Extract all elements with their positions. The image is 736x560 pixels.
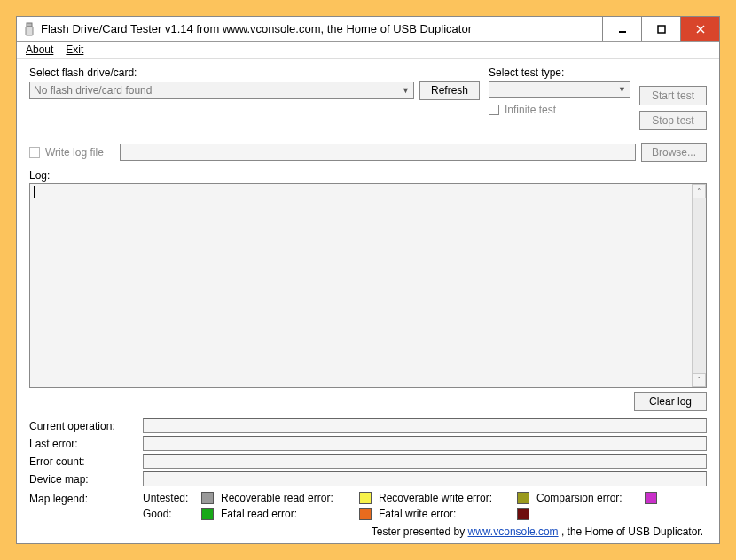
drive-select-value: No flash drive/card found — [34, 84, 152, 97]
scroll-up-icon[interactable]: ˄ — [693, 184, 706, 198]
close-button[interactable] — [680, 17, 719, 41]
footer-prefix: Tester presented by — [372, 525, 468, 538]
test-type-label: Select test type: — [489, 66, 630, 79]
log-label: Log: — [29, 169, 707, 182]
svg-rect-2 — [619, 31, 626, 33]
drive-label: Select flash drive/card: — [29, 66, 480, 79]
legend-fatal-read-label: Fatal read error: — [221, 508, 354, 520]
swatch-good — [201, 508, 214, 520]
clearlog-row: Clear log — [29, 392, 707, 411]
test-type-select[interactable]: ▼ — [489, 81, 630, 98]
swatch-fatal-read — [359, 508, 372, 520]
drive-select[interactable]: No flash drive/card found ▼ — [29, 82, 414, 99]
menubar: About Exit — [17, 42, 719, 59]
last-error-value — [143, 436, 707, 451]
start-test-button[interactable]: Start test — [639, 86, 707, 105]
swatch-untested — [201, 492, 214, 504]
footer-suffix: , the Home of USB Duplicator. — [561, 525, 703, 538]
clear-log-button[interactable]: Clear log — [634, 392, 707, 411]
status-grid: Current operation: Last error: Error cou… — [29, 418, 707, 486]
chevron-down-icon: ▼ — [618, 85, 626, 94]
device-map-value — [143, 471, 707, 486]
current-op-label: Current operation: — [29, 420, 143, 432]
window-buttons — [602, 17, 719, 41]
svg-rect-1 — [26, 27, 33, 35]
usb-icon — [22, 22, 36, 36]
titlebar: Flash Drive/Card Tester v1.14 from www.v… — [17, 17, 719, 42]
stop-test-button[interactable]: Stop test — [639, 111, 707, 130]
infinite-test-checkbox[interactable] — [489, 105, 499, 115]
error-count-value — [143, 454, 707, 469]
close-icon — [696, 25, 705, 34]
swatch-fatal-write — [517, 508, 529, 520]
svg-rect-3 — [658, 26, 665, 33]
legend-fatal-write-label: Fatal write error: — [379, 508, 512, 520]
maplegend-label: Map legend: — [29, 492, 143, 505]
writelog-row: Write log file Browse... — [29, 143, 707, 162]
menu-exit[interactable]: Exit — [66, 43, 83, 56]
actions-column: Start test Stop test — [639, 66, 707, 130]
legend-good-label: Good: — [143, 508, 196, 520]
legend-comparison-label: Comparsion error: — [536, 492, 639, 504]
legend-rec-write-label: Recoverable write error: — [379, 492, 512, 504]
drive-column: Select flash drive/card: No flash drive/… — [29, 66, 480, 100]
writelog-checkbox[interactable] — [29, 147, 40, 158]
log-textarea[interactable]: ˄ ˅ — [29, 183, 707, 388]
swatch-rec-write — [517, 492, 529, 504]
infinite-test-label: Infinite test — [505, 104, 556, 116]
maximize-icon — [657, 25, 666, 34]
browse-button[interactable]: Browse... — [641, 143, 707, 162]
chevron-down-icon: ▼ — [402, 86, 410, 95]
footer-link[interactable]: www.vconsole.com — [468, 525, 559, 538]
current-op-value — [143, 418, 707, 433]
test-column: Select test type: ▼ Infinite test — [489, 66, 630, 116]
swatch-comparison — [645, 492, 657, 504]
maximize-button[interactable] — [641, 17, 680, 41]
refresh-button[interactable]: Refresh — [419, 81, 480, 100]
svg-rect-0 — [27, 23, 32, 27]
text-cursor — [34, 186, 702, 198]
device-map-label: Device map: — [29, 473, 143, 486]
swatch-rec-read — [359, 492, 372, 504]
menu-about[interactable]: About — [26, 43, 53, 56]
last-error-label: Last error: — [29, 438, 143, 450]
content: Select flash drive/card: No flash drive/… — [17, 59, 719, 543]
error-count-label: Error count: — [29, 455, 143, 468]
maplegend-row: Map legend: Untested: Recoverable read e… — [29, 492, 707, 520]
writelog-path[interactable] — [120, 144, 636, 161]
top-row: Select flash drive/card: No flash drive/… — [29, 66, 707, 130]
window: Flash Drive/Card Tester v1.14 from www.v… — [16, 16, 720, 544]
minimize-button[interactable] — [602, 17, 641, 41]
window-title: Flash Drive/Card Tester v1.14 from www.v… — [41, 22, 602, 35]
legend-grid: Untested: Recoverable read error: Recove… — [143, 492, 659, 520]
scroll-down-icon[interactable]: ˅ — [693, 373, 706, 387]
writelog-label: Write log file — [45, 146, 114, 159]
footer: Tester presented by www.vconsole.com , t… — [29, 525, 707, 538]
legend-rec-read-label: Recoverable read error: — [221, 492, 354, 504]
legend-untested-label: Untested: — [143, 492, 196, 504]
scrollbar[interactable]: ˄ ˅ — [692, 184, 706, 387]
minimize-icon — [618, 25, 627, 34]
